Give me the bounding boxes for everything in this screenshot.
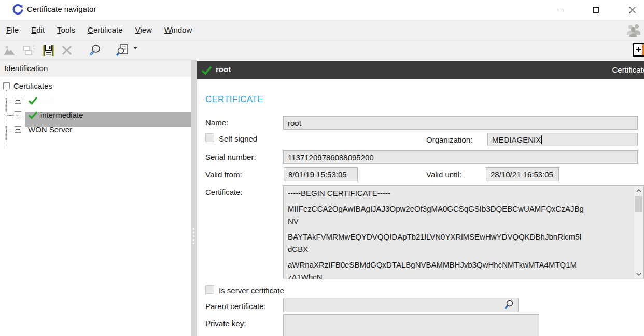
private-key-field[interactable] — [283, 314, 539, 336]
serial-number-field[interactable]: 11371209786088095200 — [283, 150, 638, 164]
splitter-grip-icon — [193, 228, 195, 246]
expand-icon[interactable] — [15, 111, 21, 118]
toolbar — [0, 40, 644, 60]
scroll-down-icon[interactable] — [634, 270, 643, 278]
valid-from-label: Valid from: — [205, 170, 242, 179]
tree-label: WON Server — [28, 122, 72, 137]
serial-number-label: Serial number: — [205, 152, 256, 161]
delete-x-icon — [61, 45, 73, 56]
is-server-certificate-checkbox[interactable] — [205, 285, 214, 294]
delete-button[interactable] — [59, 43, 75, 58]
check-icon — [28, 96, 38, 105]
tree-node-won-server[interactable]: WON Server — [0, 122, 191, 137]
certificate-label: Certificate: — [205, 188, 243, 197]
search-button[interactable] — [87, 43, 103, 58]
tree-label: Certificates — [13, 79, 52, 93]
name-label: Name: — [205, 118, 228, 127]
import-button[interactable] — [2, 43, 18, 58]
organization-label: Organization: — [426, 135, 472, 144]
certificate-line: zA1WhcN — [288, 271, 630, 279]
tree-node-certificates[interactable]: Certificates — [0, 79, 191, 93]
content-area: Identification Certificates root — [0, 60, 644, 336]
app-logo-icon — [12, 4, 23, 15]
collapse-icon[interactable] — [3, 82, 10, 89]
scrollbar-thumb[interactable] — [635, 196, 642, 212]
search-certificate-button[interactable] — [115, 43, 130, 58]
detail-header-title: root — [216, 65, 231, 74]
group-icon — [624, 23, 642, 37]
valid-until-field[interactable]: 28/10/21 16:53:05 — [486, 167, 559, 181]
tree-node-root[interactable]: root — [0, 93, 191, 108]
scroll-up-icon[interactable] — [634, 186, 643, 195]
certificate-line: aWRnaXRzIFB0eSBMdGQxDTALBgNVBAMMBHJvb3Qw… — [288, 259, 630, 271]
tree-node-intermediate[interactable]: intermediate — [0, 108, 191, 122]
menu-edit[interactable]: Edit — [25, 20, 51, 40]
expand-icon[interactable] — [15, 126, 21, 133]
detail-header-type-label: Certificate — [612, 65, 644, 74]
menu-file[interactable]: File — [0, 20, 25, 40]
section-title: CERTIFICATE — [205, 94, 263, 105]
minimize-icon — [557, 10, 564, 10]
self-signed-checkbox[interactable] — [205, 133, 214, 142]
close-button[interactable] — [620, 0, 644, 20]
menu-certificate[interactable]: Certificate — [81, 20, 129, 40]
panel-splitter[interactable] — [191, 60, 197, 336]
valid-from-value: 8/01/19 15:53:05 — [288, 170, 347, 179]
plus-icon — [638, 47, 639, 52]
close-icon — [629, 7, 636, 13]
text-cursor — [541, 135, 542, 144]
certificate-line: dCBX — [288, 243, 630, 256]
certificate-navigator-window: Certificate navigator File Edit Tools Ce… — [0, 0, 644, 336]
maximize-button[interactable] — [584, 0, 608, 20]
save-button[interactable] — [40, 43, 56, 58]
certificate-line: -----BEGIN CERTIFICATE----- — [288, 187, 630, 200]
detail-header: root Certificate — [197, 61, 644, 79]
copy-items-button[interactable] — [21, 43, 37, 58]
minimize-button[interactable] — [549, 0, 572, 20]
organization-field[interactable]: MEDIAGENIX — [487, 133, 638, 146]
save-icon — [43, 45, 54, 57]
name-value: root — [288, 119, 301, 128]
title-bar: Certificate navigator — [0, 0, 644, 20]
lookup-magnifier-icon[interactable] — [503, 300, 514, 311]
detail-panel: root Certificate CERTIFICATE Name: root … — [197, 60, 644, 336]
is-server-certificate-label: Is server certificate — [219, 286, 284, 295]
search-certificate-icon — [116, 44, 129, 57]
organization-value: MEDIAGENIX — [492, 135, 541, 144]
check-icon — [201, 66, 212, 75]
self-signed-label: Self signed — [219, 134, 257, 143]
menu-window[interactable]: Window — [158, 20, 198, 40]
certificate-text: -----BEGIN CERTIFICATE-----MIIFezCCA2OgA… — [288, 187, 630, 279]
parent-certificate-field[interactable] — [283, 298, 519, 312]
copy-items-icon — [22, 45, 36, 56]
parent-certificate-label: Parent certificate: — [205, 302, 266, 311]
orange-strip — [642, 44, 644, 55]
import-image-icon — [4, 45, 16, 56]
tree-label: intermediate — [40, 108, 83, 122]
menu-view[interactable]: View — [129, 20, 158, 40]
certificate-line: BAYTAkFVMRMwEQYDVQQIDApTb21lLVN0YXRlMSEw… — [288, 231, 630, 243]
certificate-scrollbar[interactable] — [634, 186, 643, 278]
certificate-line: MIIFezCCA2OgAwIBAgIJAJ3Opw2eOf3gMA0GCSqG… — [288, 203, 630, 215]
menu-tools[interactable]: Tools — [51, 20, 81, 40]
certificate-line: NV — [288, 215, 630, 228]
name-field[interactable]: root — [283, 116, 638, 130]
sidebar-header: Identification — [0, 60, 191, 77]
valid-until-value: 28/10/21 16:53:05 — [491, 170, 553, 179]
valid-from-field[interactable]: 8/01/19 15:53:05 — [284, 167, 358, 181]
certificate-textarea[interactable]: -----BEGIN CERTIFICATE-----MIIFezCCA2OgA… — [283, 185, 644, 279]
search-icon — [89, 44, 102, 57]
sidebar: Identification Certificates root — [0, 60, 191, 336]
expand-icon[interactable] — [15, 97, 21, 104]
menu-bar: File Edit Tools Certificate View Window — [0, 20, 644, 40]
add-window-button[interactable] — [633, 43, 644, 57]
private-key-label: Private key: — [205, 319, 246, 328]
check-icon — [28, 111, 38, 119]
tree-label: root — [40, 93, 54, 108]
window-title: Certificate navigator — [27, 5, 96, 13]
serial-number-value: 11371209786088095200 — [288, 153, 374, 162]
valid-until-label: Valid until: — [426, 170, 461, 179]
maximize-icon — [593, 7, 599, 13]
search-certificate-dropdown-caret[interactable] — [133, 47, 137, 49]
